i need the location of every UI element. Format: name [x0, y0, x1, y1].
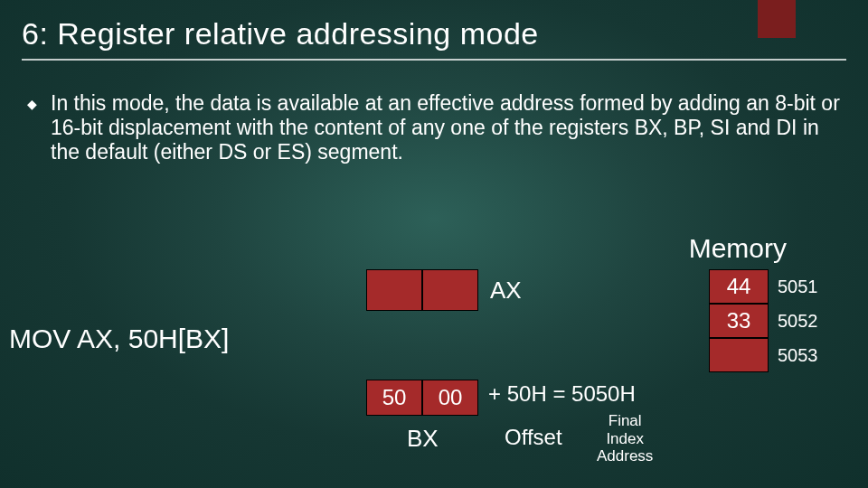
ax-hi-cell	[366, 269, 422, 311]
ax-label: AX	[490, 277, 522, 305]
memory-cell	[709, 338, 769, 372]
memory-addr: 5052	[769, 311, 823, 332]
final-l2: Index	[606, 430, 644, 447]
instruction-text: MOV AX, 50H[BX]	[9, 324, 229, 354]
bx-label: BX	[407, 425, 439, 453]
bx-hi-cell: 50	[366, 380, 422, 416]
final-address-label: Final Index Address	[597, 412, 653, 465]
ax-register	[366, 269, 478, 311]
offset-label: Offset	[505, 425, 562, 450]
memory-row: 5053	[709, 338, 823, 372]
memory-addr: 5053	[769, 345, 823, 366]
body-text: In this mode, the data is available at a…	[51, 91, 840, 164]
memory-cell: 44	[709, 269, 769, 304]
memory-cell: 33	[709, 304, 769, 338]
title-underline	[22, 59, 846, 61]
final-l1: Final	[609, 412, 642, 429]
bullet-icon: ◆	[27, 97, 37, 112]
memory-table: 44 5051 33 5052 5053	[709, 269, 823, 372]
memory-row: 33 5052	[709, 304, 823, 338]
accent-tab	[758, 0, 796, 38]
memory-row: 44 5051	[709, 269, 823, 304]
title-block: 6: Register relative addressing mode	[0, 0, 868, 70]
memory-heading: Memory	[689, 233, 787, 264]
bx-lo-cell: 00	[422, 380, 478, 416]
body-paragraph: ◆ In this mode, the data is available at…	[0, 70, 868, 164]
memory-addr: 5051	[769, 277, 823, 297]
ax-lo-cell	[422, 269, 478, 311]
slide-title: 6: Register relative addressing mode	[22, 16, 846, 52]
calc-expression: + 50H = 5050H	[488, 381, 636, 407]
bx-register: 50 00	[366, 380, 478, 416]
final-l3: Address	[597, 447, 653, 465]
